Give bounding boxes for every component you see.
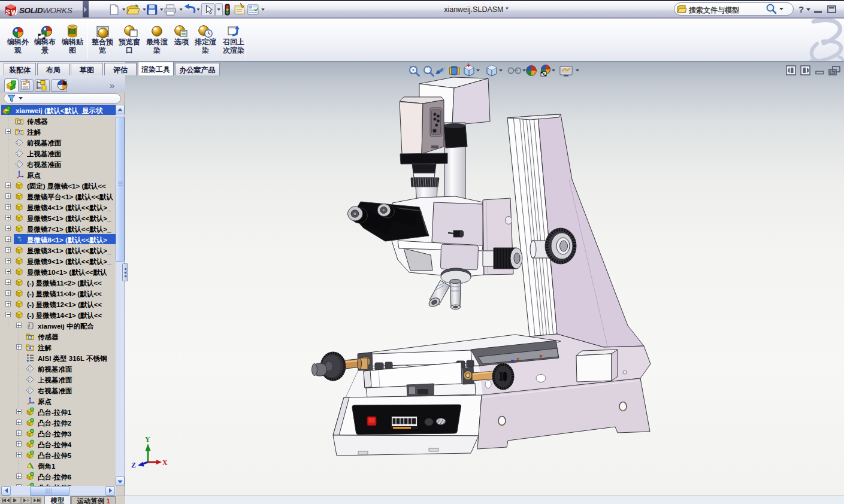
svg-text:?: ? bbox=[798, 4, 804, 14]
svg-text:X: X bbox=[162, 459, 168, 467]
svg-text:Z: Z bbox=[131, 461, 136, 469]
svg-text:»: » bbox=[110, 80, 114, 90]
svg-text:S: S bbox=[6, 8, 10, 16]
svg-text:W: W bbox=[11, 9, 18, 16]
svg-text:SOLIDWORKS: SOLIDWORKS bbox=[19, 6, 72, 15]
svg-text:Y: Y bbox=[145, 435, 150, 444]
